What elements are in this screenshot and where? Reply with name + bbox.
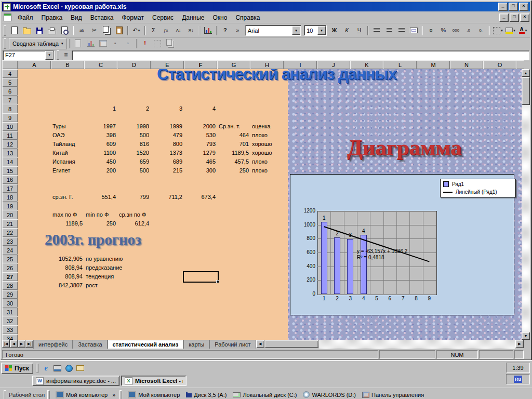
cell-F13[interactable]: 1279 bbox=[184, 149, 217, 157]
cell-D13[interactable]: 1520 bbox=[117, 149, 151, 157]
cell-B15[interactable]: Египет bbox=[51, 166, 84, 175]
menu-item[interactable]: Данные bbox=[178, 13, 208, 22]
hide-fields-icon[interactable] bbox=[164, 38, 176, 49]
horizontal-scroll-thumb[interactable] bbox=[264, 340, 318, 348]
floppy-a-item[interactable]: Диск 3,5 (A:) bbox=[183, 392, 230, 398]
align-center-icon[interactable] bbox=[383, 25, 395, 36]
cell-C27[interactable]: тенденция bbox=[84, 272, 117, 281]
name-box-dropdown-icon[interactable]: ▾ bbox=[45, 51, 54, 60]
tab-active[interactable]: статистический анализ bbox=[108, 340, 184, 349]
row-header-6[interactable]: 6 bbox=[2, 87, 18, 96]
row-header-5[interactable]: 5 bbox=[2, 78, 18, 87]
cell-H14[interactable]: плохо bbox=[250, 157, 284, 166]
menu-item[interactable]: Формат bbox=[117, 13, 148, 22]
scroll-left-icon[interactable]: ◀ bbox=[256, 340, 264, 348]
column-header-D[interactable]: D bbox=[117, 60, 151, 69]
cell-G15[interactable]: 250 bbox=[217, 166, 250, 175]
menu-item[interactable]: Вид bbox=[66, 13, 86, 22]
font-name-select[interactable]: Arial ▾ bbox=[245, 25, 301, 36]
row-header-9[interactable]: 9 bbox=[2, 113, 18, 122]
toolbar-grip[interactable] bbox=[36, 364, 38, 373]
cell-F14[interactable]: 465 bbox=[184, 157, 217, 166]
close-button[interactable]: × bbox=[519, 3, 528, 11]
cell-C11[interactable]: 398 bbox=[84, 131, 117, 140]
row-header-16[interactable]: 16 bbox=[2, 175, 18, 184]
underline-button[interactable]: Ч bbox=[353, 25, 365, 36]
row-header-21[interactable]: 21 bbox=[2, 219, 18, 228]
system-tray-language[interactable]: Ru bbox=[506, 374, 530, 384]
cell-H10[interactable]: оценка bbox=[250, 122, 284, 131]
cell-G11[interactable]: 464 bbox=[217, 131, 250, 140]
font-color-icon[interactable]: ▾ bbox=[517, 25, 529, 36]
row-header-4[interactable]: 4 bbox=[2, 69, 18, 78]
cell-B21[interactable]: 1189,5 bbox=[51, 219, 84, 228]
menu-item[interactable]: Справка bbox=[231, 13, 264, 22]
cell-C28[interactable]: рост bbox=[84, 281, 117, 290]
local-disk-c-item[interactable]: Локальный диск (C:) bbox=[230, 392, 300, 398]
menu-item[interactable]: Окно bbox=[208, 13, 231, 22]
save-icon[interactable] bbox=[34, 25, 46, 36]
comma-style-icon[interactable]: 000 bbox=[450, 25, 462, 36]
disk-d-item[interactable]: WARLORDS (D:) bbox=[300, 391, 359, 398]
row-header-29[interactable]: 29 bbox=[2, 290, 18, 299]
copy-icon[interactable] bbox=[101, 25, 113, 36]
show-desktop-icon[interactable] bbox=[52, 364, 63, 373]
row-header-25[interactable]: 25 bbox=[2, 255, 18, 263]
paste-icon[interactable] bbox=[113, 25, 125, 36]
horizontal-scrollbar[interactable]: ◀ ▶ bbox=[256, 340, 524, 349]
cell-B27[interactable]: 808,94 bbox=[51, 272, 84, 281]
cell-H12[interactable]: хорошо bbox=[250, 140, 284, 149]
row-header-19[interactable]: 19 bbox=[2, 202, 18, 210]
cut-icon[interactable]: ✂ bbox=[88, 25, 100, 36]
column-header-C[interactable]: C bbox=[84, 60, 117, 69]
font-size-select[interactable]: 10 ▾ bbox=[304, 25, 327, 36]
pivot-table-menu-button[interactable]: Сводная таблица ▾ bbox=[9, 38, 67, 49]
my-computer-item[interactable]: Мой компьютер bbox=[125, 391, 183, 398]
column-header-L[interactable]: L bbox=[383, 60, 417, 69]
cell-F8[interactable]: 4 bbox=[184, 104, 217, 113]
row-header-14[interactable]: 14 bbox=[2, 157, 18, 166]
prev-sheet-button[interactable]: ◀ bbox=[10, 340, 18, 348]
column-header-E[interactable]: E bbox=[151, 60, 184, 69]
row-header-32[interactable]: 32 bbox=[2, 316, 18, 325]
cell-B14[interactable]: Испания bbox=[51, 157, 84, 166]
cell-B10[interactable]: Туры bbox=[51, 122, 84, 131]
cell-E12[interactable]: 800 bbox=[151, 140, 184, 149]
internet-explorer-icon[interactable] bbox=[41, 364, 51, 373]
undo-icon[interactable]: ↶▾ bbox=[130, 25, 142, 36]
row-header-15[interactable]: 15 bbox=[2, 166, 18, 175]
align-left-icon[interactable] bbox=[370, 25, 382, 36]
cell-C20[interactable]: min по Ф bbox=[84, 210, 117, 219]
new-icon[interactable] bbox=[9, 25, 21, 36]
row-header-17[interactable]: 17 bbox=[2, 184, 18, 193]
tab-sheet[interactable]: Заставка bbox=[73, 340, 107, 349]
row-header-24[interactable]: 24 bbox=[2, 246, 18, 255]
cell-E8[interactable]: 3 bbox=[151, 104, 184, 113]
cell-E13[interactable]: 1373 bbox=[151, 149, 184, 157]
hide-detail-icon[interactable]: ▪ bbox=[110, 38, 122, 49]
toolbar-grip[interactable] bbox=[4, 38, 6, 49]
borders-icon[interactable]: ▾ bbox=[492, 25, 504, 36]
cell-B13[interactable]: Китай bbox=[51, 149, 84, 157]
open-icon[interactable] bbox=[21, 25, 33, 36]
view-channels-icon[interactable] bbox=[64, 364, 74, 373]
cell-C14[interactable]: 450 bbox=[84, 157, 117, 166]
cell-C10[interactable]: 1997 bbox=[84, 122, 117, 131]
row-header-23[interactable]: 23 bbox=[2, 237, 18, 246]
paste-function-icon[interactable]: ƒx bbox=[160, 25, 172, 36]
cell-B25[interactable]: 1052,905 bbox=[51, 255, 84, 263]
currency-style-icon[interactable]: ¤ bbox=[425, 25, 437, 36]
my-computer-toolbar-label[interactable]: Мой компьютер bbox=[52, 391, 111, 398]
field-settings-icon[interactable] bbox=[152, 38, 164, 49]
cell-C13[interactable]: 1100 bbox=[84, 149, 117, 157]
row-header-7[interactable]: 7 bbox=[2, 96, 18, 104]
minimize-button[interactable]: _ bbox=[498, 3, 508, 11]
cell-D8[interactable]: 2 bbox=[117, 104, 151, 113]
workbook-close-button[interactable]: × bbox=[520, 14, 529, 22]
more-buttons-chevron[interactable]: » bbox=[232, 25, 244, 36]
row-header-34[interactable]: 34 bbox=[2, 334, 18, 340]
pivot-chart-icon[interactable] bbox=[85, 38, 97, 49]
outlook-icon[interactable] bbox=[75, 364, 86, 373]
font-size-dropdown-icon[interactable]: ▾ bbox=[317, 26, 326, 35]
column-header-O[interactable]: O bbox=[483, 60, 516, 69]
